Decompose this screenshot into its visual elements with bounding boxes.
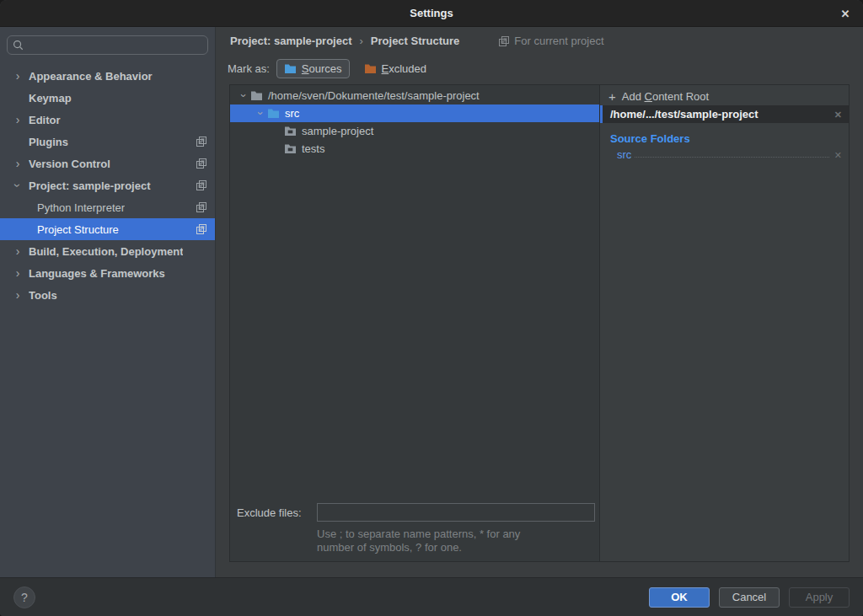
chevron-right-icon[interactable] xyxy=(12,114,24,126)
exclude-files-section: Exclude files: Use ; to separate name pa… xyxy=(230,503,599,554)
source-folder-item[interactable]: src xyxy=(617,148,842,161)
content-root-path: /home/.../test/sample-project xyxy=(610,108,758,121)
chevron-right-icon[interactable] xyxy=(12,158,24,169)
chevron-right-icon[interactable] xyxy=(12,245,24,257)
excluded-folder-icon xyxy=(364,63,378,74)
sidebar-item-keymap[interactable]: Keymap xyxy=(0,87,215,109)
source-folders-heading: Source Folders xyxy=(610,132,849,145)
exclude-files-input[interactable] xyxy=(317,503,595,522)
cancel-button[interactable]: Cancel xyxy=(719,587,780,608)
content-roots-panel: + Add Content Root /home/.../test/sample… xyxy=(600,85,849,561)
ide-scope-icon xyxy=(196,202,206,212)
apply-button[interactable]: Apply xyxy=(789,587,850,608)
sidebar-item-languages-frameworks[interactable]: Languages & Frameworks xyxy=(0,262,215,284)
close-icon[interactable] xyxy=(834,0,856,27)
sidebar-item-project[interactable]: Project: sample-project xyxy=(0,174,215,196)
sidebar-item-version-control[interactable]: Version Control xyxy=(0,153,215,174)
tree-row-sample-project[interactable]: sample-project xyxy=(230,122,599,140)
ok-button[interactable]: OK xyxy=(649,587,710,608)
sidebar-item-python-interpreter[interactable]: Python Interpreter xyxy=(0,196,215,218)
sidebar-item-project-structure[interactable]: Project Structure xyxy=(0,218,215,240)
remove-source-folder-icon[interactable] xyxy=(834,148,842,161)
chevron-right-icon[interactable] xyxy=(12,70,24,82)
ide-scope-icon xyxy=(196,137,206,147)
chevron-down-icon[interactable] xyxy=(12,179,24,191)
ide-scope-icon xyxy=(499,36,509,46)
exclude-files-label: Exclude files: xyxy=(237,506,317,519)
chevron-down-icon[interactable] xyxy=(254,108,267,119)
breadcrumb: Project: sample-project › Project Struct… xyxy=(216,27,863,55)
tree-row-tests[interactable]: tests xyxy=(230,140,599,158)
search-box[interactable] xyxy=(7,35,208,55)
add-content-root-button[interactable]: + Add Content Root xyxy=(600,87,849,105)
sidebar-item-build-execution-deployment[interactable]: Build, Execution, Deployment xyxy=(0,240,215,262)
project-structure-panels: /home/sven/Dokumente/test/sample-project… xyxy=(229,84,850,562)
folder-icon xyxy=(284,143,297,154)
mark-as-toolbar: Mark as: Sources Excluded xyxy=(216,55,863,83)
source-folder-icon xyxy=(267,108,281,119)
help-button[interactable]: ? xyxy=(13,587,35,608)
sidebar-item-plugins[interactable]: Plugins xyxy=(0,131,215,153)
search-icon xyxy=(13,40,24,51)
titlebar: Settings xyxy=(0,0,863,27)
chevron-down-icon[interactable] xyxy=(237,90,250,101)
breadcrumb-separator-icon: › xyxy=(360,35,363,47)
settings-nav: Appearance & Behavior Keymap Editor Plug… xyxy=(0,65,215,306)
chevron-right-icon[interactable] xyxy=(12,267,24,279)
ide-scope-icon xyxy=(196,180,206,190)
content-root-row[interactable]: /home/.../test/sample-project xyxy=(600,105,849,123)
search-input[interactable] xyxy=(28,38,202,52)
ide-scope-icon xyxy=(196,224,206,234)
main-panel: Project: sample-project › Project Struct… xyxy=(215,27,863,577)
content-tree-panel: /home/sven/Dokumente/test/sample-project… xyxy=(230,85,600,561)
mark-as-sources-button[interactable]: Sources xyxy=(276,59,350,78)
dialog-title: Settings xyxy=(410,7,453,19)
folder-icon xyxy=(250,90,264,101)
tree-row-content-root[interactable]: /home/sven/Dokumente/test/sample-project xyxy=(230,87,599,104)
dialog-footer: ? OK Cancel Apply xyxy=(0,577,863,616)
breadcrumb-page-title: Project Structure xyxy=(371,35,459,47)
plus-icon: + xyxy=(608,90,616,103)
ide-scope-icon xyxy=(196,158,206,169)
settings-sidebar: Appearance & Behavior Keymap Editor Plug… xyxy=(0,27,215,577)
exclude-files-hint: Use ; to separate name patterns, * for a… xyxy=(317,528,592,554)
breadcrumb-project[interactable]: Project: sample-project xyxy=(230,35,352,47)
sidebar-item-appearance-behavior[interactable]: Appearance & Behavior xyxy=(0,65,215,87)
mark-as-label: Mark as: xyxy=(228,62,270,75)
directory-tree: /home/sven/Dokumente/test/sample-project… xyxy=(230,85,599,158)
tree-row-src[interactable]: src xyxy=(230,104,599,122)
chevron-right-icon[interactable] xyxy=(12,289,24,301)
settings-dialog: Settings Appearance & Behavior Keymap xyxy=(0,0,863,616)
remove-content-root-icon[interactable] xyxy=(834,108,842,121)
sidebar-item-tools[interactable]: Tools xyxy=(0,284,215,306)
dotted-leader xyxy=(635,157,828,158)
folder-icon xyxy=(284,126,297,137)
for-current-project-note: For current project xyxy=(499,35,603,47)
source-folder-name: src xyxy=(617,148,631,161)
sources-folder-icon xyxy=(284,63,297,74)
mark-as-excluded-button[interactable]: Excluded xyxy=(356,59,434,78)
sidebar-item-editor[interactable]: Editor xyxy=(0,109,215,131)
